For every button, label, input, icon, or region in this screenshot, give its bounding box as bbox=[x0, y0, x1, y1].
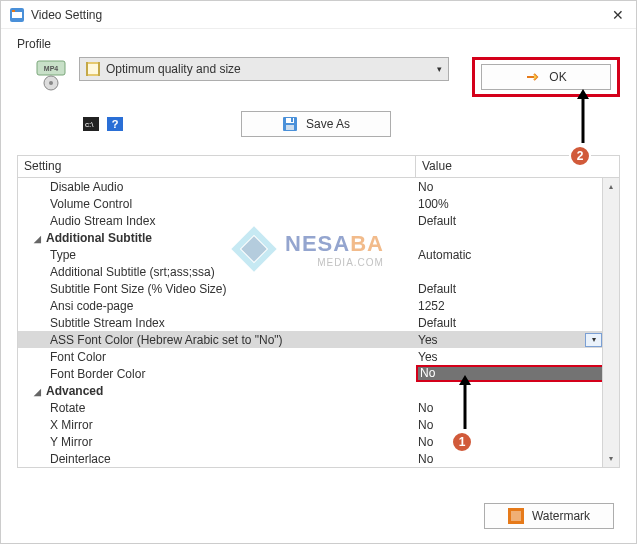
grid-cell-value[interactable]: Default bbox=[416, 214, 619, 228]
grid-cell-value[interactable]: Yes▾ bbox=[416, 333, 619, 347]
grid-row[interactable]: TypeAutomatic bbox=[18, 246, 619, 263]
grid-group-row[interactable]: ◢Additional Subtitle bbox=[18, 229, 619, 246]
grid-cell-name: Audio Stream Index bbox=[18, 214, 416, 228]
mp4-icon: MP4 bbox=[35, 59, 67, 91]
grid-row[interactable]: Subtitle Stream IndexDefault bbox=[18, 314, 619, 331]
grid-cell-name: Font Border Color bbox=[18, 367, 416, 381]
chevron-down-icon: ▾ bbox=[437, 64, 442, 74]
grid-row[interactable]: DeinterlaceNo bbox=[18, 450, 619, 467]
grid-row[interactable]: Y MirrorNo bbox=[18, 433, 619, 450]
grid-row[interactable]: Subtitle Font Size (% Video Size)Default bbox=[18, 280, 619, 297]
svg-rect-17 bbox=[286, 125, 294, 130]
terminal-icon[interactable]: c:\ bbox=[83, 117, 99, 131]
svg-point-6 bbox=[49, 81, 53, 85]
grid-row[interactable]: Font Border ColorNo bbox=[18, 365, 619, 382]
arrow-right-icon bbox=[525, 70, 539, 84]
profile-label: Profile bbox=[17, 37, 620, 51]
svg-rect-20 bbox=[511, 511, 521, 521]
svg-rect-2 bbox=[12, 10, 15, 12]
grid-cell-value[interactable]: No bbox=[416, 365, 619, 382]
grid-cell-name: Disable Audio bbox=[18, 180, 416, 194]
expander-icon[interactable]: ◢ bbox=[34, 387, 44, 397]
grid-cell-name: Additional Subtitle (srt;ass;ssa) bbox=[18, 265, 416, 279]
grid-cell-name: Type bbox=[18, 248, 416, 262]
grid-cell-name: ◢Advanced bbox=[18, 384, 416, 398]
svg-rect-8 bbox=[88, 64, 98, 74]
close-button[interactable]: ✕ bbox=[608, 7, 628, 23]
grid-row[interactable]: Disable AudioNo bbox=[18, 178, 619, 195]
col-header-value[interactable]: Value bbox=[416, 156, 619, 177]
grid-cell-name: Rotate bbox=[18, 401, 416, 415]
grid-row[interactable]: Additional Subtitle (srt;ass;ssa) bbox=[18, 263, 619, 280]
expander-icon[interactable]: ◢ bbox=[34, 234, 44, 244]
watermark-icon bbox=[508, 508, 524, 524]
grid-group-row[interactable]: ◢Advanced bbox=[18, 382, 619, 399]
grid-cell-name: X Mirror bbox=[18, 418, 416, 432]
grid-cell-value[interactable]: No bbox=[416, 452, 619, 466]
grid-cell-value[interactable]: No bbox=[416, 435, 619, 449]
svg-rect-9 bbox=[86, 62, 88, 76]
watermark-button[interactable]: Watermark bbox=[484, 503, 614, 529]
grid-cell-name: Subtitle Stream Index bbox=[18, 316, 416, 330]
svg-rect-10 bbox=[98, 62, 100, 76]
grid-cell-name: Font Color bbox=[18, 350, 416, 364]
settings-grid: Setting Value ▴ ▾ Disable AudioNoVolume … bbox=[17, 155, 620, 468]
ok-button[interactable]: OK bbox=[481, 64, 611, 90]
grid-row[interactable]: RotateNo bbox=[18, 399, 619, 416]
grid-cell-name: Subtitle Font Size (% Video Size) bbox=[18, 282, 416, 296]
floppy-icon bbox=[282, 116, 298, 132]
svg-rect-1 bbox=[12, 12, 22, 18]
window-title: Video Setting bbox=[31, 8, 608, 22]
grid-cell-value[interactable]: Yes bbox=[416, 350, 619, 364]
help-icon[interactable]: ? bbox=[107, 117, 123, 131]
film-icon bbox=[86, 62, 100, 76]
grid-cell-value[interactable]: Automatic bbox=[416, 248, 619, 262]
grid-row[interactable]: Font ColorYes bbox=[18, 348, 619, 365]
grid-row[interactable]: X MirrorNo bbox=[18, 416, 619, 433]
grid-cell-name: Ansi code-page bbox=[18, 299, 416, 313]
grid-row[interactable]: Ansi code-page1252 bbox=[18, 297, 619, 314]
save-as-label: Save As bbox=[306, 117, 350, 131]
watermark-label: Watermark bbox=[532, 509, 590, 523]
grid-row[interactable]: Volume Control100% bbox=[18, 195, 619, 212]
grid-cell-value[interactable]: No bbox=[416, 401, 619, 415]
grid-cell-value[interactable]: 100% bbox=[416, 197, 619, 211]
scroll-up[interactable]: ▴ bbox=[603, 178, 619, 195]
grid-cell-name: ASS Font Color (Hebrew Arabic set to "No… bbox=[18, 333, 416, 347]
grid-cell-name: Deinterlace bbox=[18, 452, 416, 466]
profile-select[interactable]: Optimum quality and size ▾ bbox=[79, 57, 449, 81]
svg-text:?: ? bbox=[112, 118, 119, 130]
grid-cell-value[interactable]: No bbox=[416, 180, 619, 194]
grid-row[interactable]: ASS Font Color (Hebrew Arabic set to "No… bbox=[18, 331, 619, 348]
ok-button-label: OK bbox=[549, 70, 566, 84]
col-header-setting[interactable]: Setting bbox=[18, 156, 416, 177]
grid-row[interactable]: Audio Stream IndexDefault bbox=[18, 212, 619, 229]
svg-text:c:\: c:\ bbox=[85, 120, 94, 129]
grid-cell-name: ◢Additional Subtitle bbox=[18, 231, 416, 245]
ok-button-highlight: OK bbox=[472, 57, 620, 97]
grid-cell-value[interactable]: Default bbox=[416, 316, 619, 330]
svg-text:MP4: MP4 bbox=[44, 65, 59, 72]
svg-rect-18 bbox=[291, 118, 293, 122]
grid-cell-value[interactable]: No bbox=[416, 418, 619, 432]
grid-cell-name: Volume Control bbox=[18, 197, 416, 211]
grid-cell-name: Y Mirror bbox=[18, 435, 416, 449]
app-icon bbox=[9, 7, 25, 23]
save-as-button[interactable]: Save As bbox=[241, 111, 391, 137]
scroll-down[interactable]: ▾ bbox=[603, 450, 619, 467]
grid-cell-value[interactable]: Default bbox=[416, 282, 619, 296]
grid-cell-value[interactable]: 1252 bbox=[416, 299, 619, 313]
profile-selected-text: Optimum quality and size bbox=[106, 62, 437, 76]
dropdown-arrow-icon[interactable]: ▾ bbox=[585, 333, 602, 347]
